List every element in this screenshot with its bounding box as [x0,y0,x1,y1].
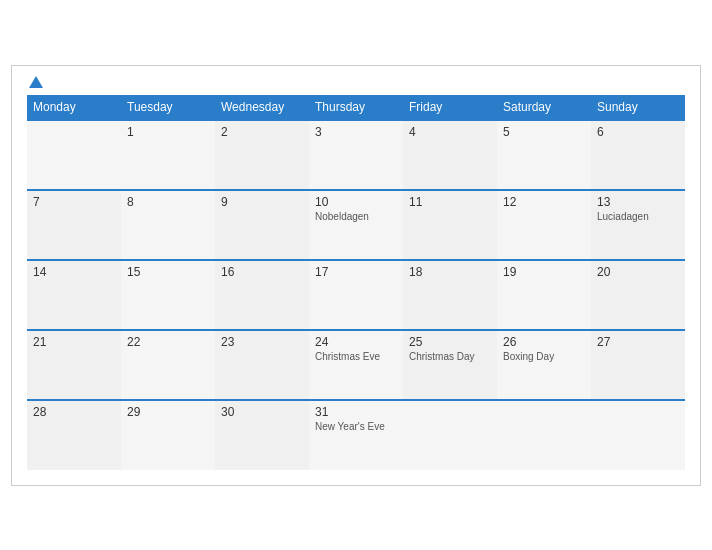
day-number: 29 [127,405,209,419]
day-cell: 8 [121,190,215,260]
day-number: 14 [33,265,115,279]
day-number: 30 [221,405,303,419]
day-cell: 20 [591,260,685,330]
day-number: 16 [221,265,303,279]
day-cell: 19 [497,260,591,330]
day-number: 13 [597,195,679,209]
weekday-header-saturday: Saturday [497,95,591,120]
weekday-header-monday: Monday [27,95,121,120]
day-cell: 7 [27,190,121,260]
day-number: 19 [503,265,585,279]
day-number: 23 [221,335,303,349]
holiday-label: Christmas Day [409,351,491,362]
day-number: 18 [409,265,491,279]
weekday-header-row: MondayTuesdayWednesdayThursdayFridaySatu… [27,95,685,120]
holiday-label: Boxing Day [503,351,585,362]
day-cell: 18 [403,260,497,330]
weekday-header-thursday: Thursday [309,95,403,120]
day-number: 3 [315,125,397,139]
day-cell [403,400,497,470]
day-number: 7 [33,195,115,209]
day-number: 22 [127,335,209,349]
day-cell: 12 [497,190,591,260]
logo-blue-text [27,76,43,87]
day-cell: 26Boxing Day [497,330,591,400]
day-cell: 2 [215,120,309,190]
day-cell: 15 [121,260,215,330]
day-number: 27 [597,335,679,349]
weekday-header-wednesday: Wednesday [215,95,309,120]
day-cell: 11 [403,190,497,260]
day-cell [591,400,685,470]
logo [27,76,43,87]
week-row-3: 21222324Christmas Eve25Christmas Day26Bo… [27,330,685,400]
day-number: 20 [597,265,679,279]
day-cell: 14 [27,260,121,330]
day-cell: 3 [309,120,403,190]
holiday-label: Christmas Eve [315,351,397,362]
week-row-0: 123456 [27,120,685,190]
day-cell: 30 [215,400,309,470]
day-number: 26 [503,335,585,349]
day-cell [497,400,591,470]
day-number: 8 [127,195,209,209]
day-cell: 27 [591,330,685,400]
day-cell: 24Christmas Eve [309,330,403,400]
day-cell: 5 [497,120,591,190]
weekday-header-friday: Friday [403,95,497,120]
day-number: 28 [33,405,115,419]
week-row-2: 14151617181920 [27,260,685,330]
day-cell: 21 [27,330,121,400]
day-number: 21 [33,335,115,349]
day-cell: 1 [121,120,215,190]
calendar-header [27,76,685,87]
weekday-header-tuesday: Tuesday [121,95,215,120]
day-number: 25 [409,335,491,349]
day-cell: 31New Year's Eve [309,400,403,470]
holiday-label: Luciadagen [597,211,679,222]
day-cell: 29 [121,400,215,470]
day-cell: 22 [121,330,215,400]
day-number: 17 [315,265,397,279]
day-number: 4 [409,125,491,139]
day-cell: 10Nobeldagen [309,190,403,260]
day-cell: 16 [215,260,309,330]
day-cell: 9 [215,190,309,260]
day-number: 1 [127,125,209,139]
day-cell: 4 [403,120,497,190]
day-cell: 23 [215,330,309,400]
day-number: 9 [221,195,303,209]
day-cell: 17 [309,260,403,330]
holiday-label: New Year's Eve [315,421,397,432]
day-number: 15 [127,265,209,279]
holiday-label: Nobeldagen [315,211,397,222]
day-number: 11 [409,195,491,209]
day-cell [27,120,121,190]
weekday-header-sunday: Sunday [591,95,685,120]
week-row-1: 78910Nobeldagen111213Luciadagen [27,190,685,260]
day-cell: 6 [591,120,685,190]
day-cell: 13Luciadagen [591,190,685,260]
calendar-container: MondayTuesdayWednesdayThursdayFridaySatu… [11,65,701,486]
day-number: 31 [315,405,397,419]
day-number: 10 [315,195,397,209]
day-number: 24 [315,335,397,349]
week-row-4: 28293031New Year's Eve [27,400,685,470]
day-number: 12 [503,195,585,209]
day-cell: 25Christmas Day [403,330,497,400]
day-number: 5 [503,125,585,139]
logo-triangle-icon [29,76,43,88]
day-number: 2 [221,125,303,139]
day-number: 6 [597,125,679,139]
calendar-table: MondayTuesdayWednesdayThursdayFridaySatu… [27,95,685,470]
day-cell: 28 [27,400,121,470]
